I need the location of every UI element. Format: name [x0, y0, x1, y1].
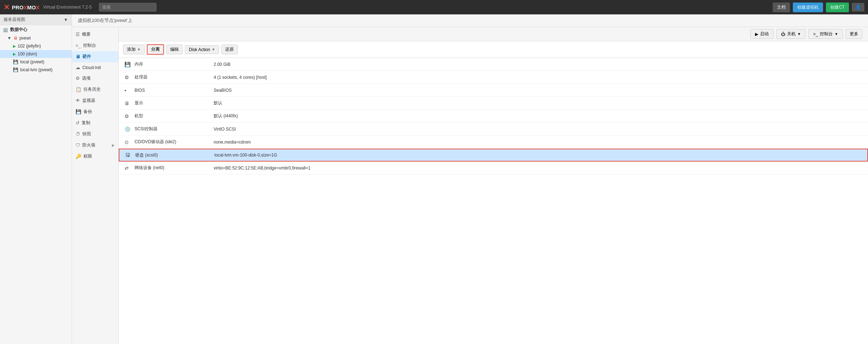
nav-monitor[interactable]: 👁 监视器	[72, 95, 118, 106]
cdrom-label: CD/DVD驱动器 (ide2)	[135, 139, 214, 145]
vm-label-100: 100 (dsm)	[18, 51, 37, 56]
topbar-right: 文档 创建虚拟机 创建CT 👤	[773, 3, 864, 12]
vm-panel: ▶ 启动 ⏻ 关机 ▼ >_ 控制台 ▼ 更多	[119, 27, 868, 344]
shutdown-button[interactable]: ⏻ 关机 ▼	[776, 29, 806, 39]
console-label: 控制台	[820, 31, 833, 37]
start-button[interactable]: ▶ 启动	[750, 29, 773, 39]
hw-row-memory[interactable]: 💾 内存 2.00 GiB	[119, 58, 868, 71]
node-icon: 🖥	[13, 36, 18, 41]
more-button[interactable]: 更多	[846, 29, 862, 39]
nav-replication[interactable]: ↺ 复制	[72, 117, 118, 128]
sidebar-item-storage-local-lvm[interactable]: 💾 local-lvm (pvewt)	[0, 66, 72, 74]
hw-row-network[interactable]: ⇄ 网络设备 (net0) virtio=BE:52:9C:12:5E:AB,b…	[119, 162, 868, 175]
scsi-value: VirtIO SCSI	[214, 127, 862, 132]
create-ct-button[interactable]: 创建CT	[826, 3, 849, 12]
cloudinit-icon: ☁	[76, 65, 80, 70]
edit-button[interactable]: 编辑	[166, 45, 183, 54]
nav-snapshots-label: 快照	[82, 131, 91, 137]
nav-cloudinit[interactable]: ☁ Cloud-Init	[72, 62, 118, 73]
nav-tasks[interactable]: 📋 任务历史	[72, 84, 118, 95]
content-header: 虚拟机100在节点'pvewt'上	[72, 14, 868, 27]
storage-icon-local: 💾	[13, 59, 18, 64]
tasks-icon: 📋	[76, 87, 81, 92]
nav-options[interactable]: ⚙ 选项	[72, 73, 118, 84]
search-input[interactable]	[99, 3, 156, 12]
disk-action-button[interactable]: Disk Action ▼	[185, 45, 219, 54]
product-version: Virtual Environment 7.2-5	[43, 5, 92, 10]
shutdown-dropdown-arrow: ▼	[797, 32, 801, 36]
sidebar-view-chevron: ▼	[64, 17, 68, 22]
bios-value: SeaBIOS	[214, 88, 862, 93]
search-box[interactable]	[99, 3, 156, 12]
cpu-label: 处理器	[135, 74, 214, 80]
sidebar-item-node-pvewt[interactable]: ▼ 🖥 pvewt	[0, 34, 72, 42]
nav-options-label: 选项	[82, 75, 91, 81]
nav-firewall-label: 防火墙	[82, 142, 95, 148]
create-vm-button[interactable]: 创建虚拟机	[793, 3, 823, 12]
detach-button[interactable]: 分离	[147, 44, 164, 55]
sidebar-item-storage-local[interactable]: 💾 local (pvewt)	[0, 58, 72, 66]
sidebar-header: 服务器视图 ▼	[0, 14, 72, 25]
nav-console-label: 控制台	[83, 42, 96, 49]
memory-label: 内存	[135, 61, 214, 67]
hw-row-cpu[interactable]: ⚙ 处理器 4 (1 sockets, 4 cores) [host]	[119, 71, 868, 84]
content-area: 虚拟机100在节点'pvewt'上 ☰ 概要 >_ 控制台 🖥 硬件	[72, 14, 868, 344]
storage-label-local: local (pvewt)	[20, 59, 44, 64]
nav-snapshots[interactable]: ⏱ 快照	[72, 128, 118, 140]
display-label: 显示	[135, 100, 214, 106]
nav-permissions[interactable]: 🔑 权限	[72, 151, 118, 162]
restore-button[interactable]: 还原	[221, 45, 238, 54]
hw-row-machine-type[interactable]: ⚙ 机型 默认 (i440fx)	[119, 110, 868, 123]
console-dropdown-arrow: ▼	[835, 32, 838, 36]
logo: ✕ PROXMOX Virtual Environment 7.2-5	[4, 3, 92, 12]
hw-row-display[interactable]: 🖥 显示 默认	[119, 97, 868, 110]
cdrom-value: none,media=cdrom	[214, 140, 862, 145]
memory-icon: 💾	[124, 62, 135, 67]
nav-summary[interactable]: ☰ 概要	[72, 29, 118, 40]
console-icon: >_	[76, 43, 81, 48]
bios-icon: ▪	[124, 87, 135, 93]
logo-proxmox-text: PROXMOX	[12, 4, 40, 10]
scsi-icon: 💿	[124, 126, 135, 132]
hw-row-scsi-controller[interactable]: 💿 SCSI控制器 VirtIO SCSI	[119, 123, 868, 136]
summary-icon: ☰	[76, 32, 80, 37]
hw-row-cdrom[interactable]: ⊙ CD/DVD驱动器 (ide2) none,media=cdrom	[119, 136, 868, 149]
sidebar-item-vm-100[interactable]: ▶ 100 (dsm)	[0, 50, 72, 58]
permissions-icon: 🔑	[76, 154, 81, 159]
sidebar-item-vm-102[interactable]: ▶ 102 (jellyfin)	[0, 42, 72, 50]
add-dropdown-arrow: ▼	[137, 47, 141, 51]
backup-icon: 💾	[76, 109, 81, 114]
machine-type-icon: ⚙	[124, 113, 135, 119]
doc-button[interactable]: 文档	[773, 3, 790, 12]
add-label: 添加	[127, 46, 136, 53]
nav-summary-label: 概要	[82, 31, 91, 37]
datacenter-label: 数据中心	[10, 27, 27, 33]
storage-label-local-lvm: local-lvm (pvewt)	[20, 67, 53, 72]
nav-permissions-label: 权限	[83, 153, 92, 159]
nav-firewall[interactable]: 🛡 防火墙 ▶	[72, 140, 118, 151]
hw-row-harddisk[interactable]: 🖫 硬盘 (scsi0) local-lvm:vm-100-disk-0,siz…	[119, 149, 868, 162]
sidebar: 服务器视图 ▼ 🏢 数据中心 ▼ 🖥 pvewt ▶ 102 (jellyfin…	[0, 14, 72, 344]
hw-row-bios[interactable]: ▪ BIOS SeaBIOS	[119, 84, 868, 97]
harddisk-value: local-lvm:vm-100-disk-0,size=1G	[214, 153, 862, 158]
snapshots-icon: ⏱	[76, 131, 80, 137]
datacenter-icon: 🏢	[3, 27, 8, 32]
replication-icon: ↺	[76, 120, 79, 126]
user-button[interactable]: 👤	[852, 3, 864, 12]
nav-backup[interactable]: 💾 备份	[72, 106, 118, 117]
add-button[interactable]: 添加 ▼	[123, 45, 145, 54]
vm-icon-102: ▶	[13, 44, 16, 49]
memory-value: 2.00 GiB	[214, 62, 862, 67]
monitor-icon: 👁	[76, 98, 80, 103]
machine-type-label: 机型	[135, 113, 214, 119]
nav-hardware[interactable]: 🖥 硬件	[72, 51, 118, 62]
datacenter-item[interactable]: 🏢 数据中心	[0, 25, 72, 34]
console-button[interactable]: >_ 控制台 ▼	[808, 29, 843, 39]
vm-nav: ☰ 概要 >_ 控制台 🖥 硬件 ☁ Cloud-Init ⚙ 选项	[72, 27, 119, 344]
nav-hardware-label: 硬件	[82, 54, 91, 60]
nav-monitor-label: 监视器	[82, 98, 95, 104]
nav-console[interactable]: >_ 控制台	[72, 40, 118, 51]
nav-cloudinit-label: Cloud-Init	[82, 65, 101, 70]
cdrom-icon: ⊙	[124, 139, 135, 145]
disk-action-label: Disk Action	[189, 47, 210, 52]
